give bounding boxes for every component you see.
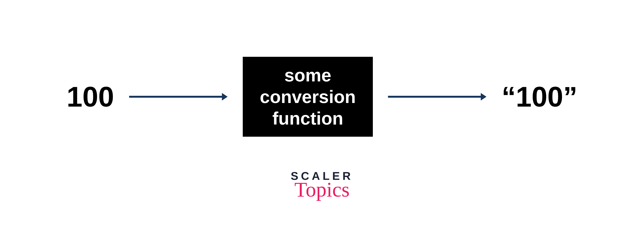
box-line-3: function — [260, 108, 356, 129]
svg-marker-3 — [481, 93, 486, 100]
conversion-box: some conversion function — [243, 57, 373, 137]
diagram-canvas: 100 some conversion function “100” SCALE… — [0, 0, 644, 241]
conversion-flow: 100 some conversion function “100” — [0, 57, 644, 137]
arrow-right-icon — [129, 91, 228, 102]
svg-marker-1 — [222, 93, 228, 100]
box-line-2: conversion — [260, 86, 356, 108]
output-value: “100” — [502, 82, 577, 111]
input-value: 100 — [67, 82, 114, 111]
scaler-topics-logo: SCALER Topics — [291, 170, 353, 199]
arrow-right-icon — [388, 91, 486, 102]
logo-line-2: Topics — [291, 180, 353, 199]
box-line-1: some — [260, 64, 356, 86]
